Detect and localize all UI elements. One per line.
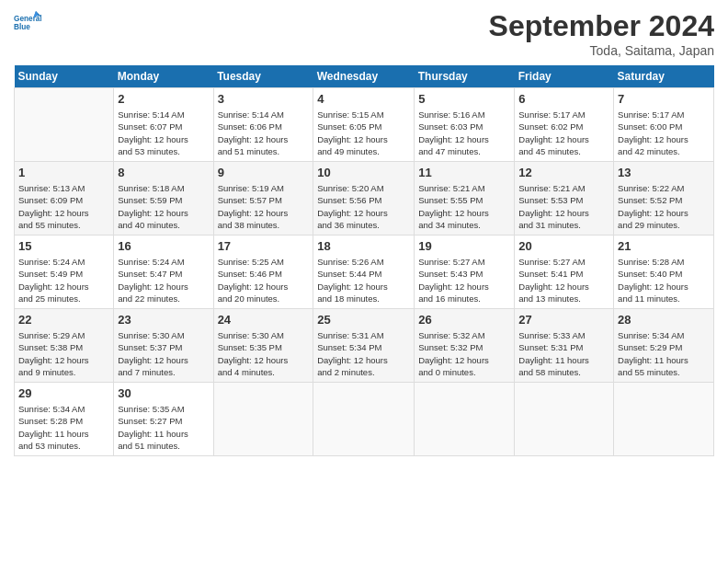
day-number: 21 — [618, 238, 710, 255]
col-friday: Friday — [515, 65, 614, 88]
day-number: 22 — [18, 312, 109, 328]
page-container: General Blue September 2024 Toda, Saitam… — [0, 0, 728, 465]
day-number: 13 — [618, 165, 710, 181]
calendar-week-row: 29Sunrise: 5:34 AMSunset: 5:28 PMDayligh… — [15, 383, 714, 456]
table-cell — [313, 383, 415, 456]
table-cell: 30Sunrise: 5:35 AMSunset: 5:27 PMDayligh… — [114, 383, 213, 456]
day-number: 20 — [518, 238, 609, 255]
day-number: 28 — [618, 312, 710, 328]
day-number: 16 — [118, 238, 209, 255]
table-cell: 24Sunrise: 5:30 AMSunset: 5:35 PMDayligh… — [213, 309, 313, 383]
col-monday: Monday — [114, 65, 213, 88]
day-number: 17 — [218, 238, 310, 255]
table-cell: 16Sunrise: 5:24 AMSunset: 5:47 PMDayligh… — [114, 236, 213, 309]
day-number: 29 — [18, 385, 109, 402]
table-cell: 23Sunrise: 5:30 AMSunset: 5:37 PMDayligh… — [114, 309, 213, 383]
page-header: General Blue September 2024 Toda, Saitam… — [14, 9, 714, 58]
day-number: 4 — [317, 91, 410, 108]
table-cell: 28Sunrise: 5:34 AMSunset: 5:29 PMDayligh… — [614, 309, 714, 383]
table-cell: 7Sunrise: 5:17 AMSunset: 6:00 PMDaylight… — [614, 88, 714, 162]
day-number: 26 — [418, 312, 510, 328]
table-cell: 21Sunrise: 5:28 AMSunset: 5:40 PMDayligh… — [614, 236, 714, 309]
day-number: 9 — [218, 165, 310, 181]
table-cell: 8Sunrise: 5:18 AMSunset: 5:59 PMDaylight… — [114, 162, 213, 236]
col-wednesday: Wednesday — [313, 65, 415, 88]
table-cell — [15, 88, 114, 162]
day-number: 10 — [317, 165, 410, 181]
table-cell: 22Sunrise: 5:29 AMSunset: 5:38 PMDayligh… — [15, 309, 114, 383]
table-cell: 26Sunrise: 5:32 AMSunset: 5:32 PMDayligh… — [415, 309, 515, 383]
calendar-week-row: 1Sunrise: 5:13 AMSunset: 6:09 PMDaylight… — [15, 162, 714, 236]
calendar-week-row: 15Sunrise: 5:24 AMSunset: 5:49 PMDayligh… — [15, 236, 714, 309]
table-cell — [213, 383, 313, 456]
day-number: 2 — [118, 91, 209, 108]
day-number: 23 — [118, 312, 209, 328]
table-cell: 9Sunrise: 5:19 AMSunset: 5:57 PMDaylight… — [213, 162, 313, 236]
calendar-header-row: Sunday Monday Tuesday Wednesday Thursday… — [15, 65, 714, 88]
day-number: 5 — [418, 91, 510, 108]
table-cell — [415, 383, 515, 456]
table-cell: 27Sunrise: 5:33 AMSunset: 5:31 PMDayligh… — [515, 309, 614, 383]
col-tuesday: Tuesday — [213, 65, 313, 88]
table-cell: 10Sunrise: 5:20 AMSunset: 5:56 PMDayligh… — [313, 162, 415, 236]
col-sunday: Sunday — [15, 65, 114, 88]
table-cell: 20Sunrise: 5:27 AMSunset: 5:41 PMDayligh… — [515, 236, 614, 309]
day-number: 11 — [418, 165, 510, 181]
day-number: 18 — [317, 238, 410, 255]
table-cell: 18Sunrise: 5:26 AMSunset: 5:44 PMDayligh… — [313, 236, 415, 309]
calendar-week-row: 22Sunrise: 5:29 AMSunset: 5:38 PMDayligh… — [15, 309, 714, 383]
day-number: 3 — [218, 91, 310, 108]
location: Toda, Saitama, Japan — [489, 43, 714, 58]
col-saturday: Saturday — [614, 65, 714, 88]
day-number: 6 — [518, 91, 609, 108]
title-block: September 2024 Toda, Saitama, Japan — [489, 9, 714, 58]
svg-text:Blue: Blue — [14, 23, 30, 31]
day-number: 27 — [518, 312, 609, 328]
logo-icon: General Blue — [14, 9, 41, 32]
table-cell: 12Sunrise: 5:21 AMSunset: 5:53 PMDayligh… — [515, 162, 614, 236]
table-cell: 1Sunrise: 5:13 AMSunset: 6:09 PMDaylight… — [15, 162, 114, 236]
col-thursday: Thursday — [415, 65, 515, 88]
month-title: September 2024 — [489, 9, 714, 43]
table-cell — [515, 383, 614, 456]
day-number: 7 — [618, 91, 710, 108]
day-number: 15 — [18, 238, 109, 255]
day-number: 24 — [218, 312, 310, 328]
table-cell: 17Sunrise: 5:25 AMSunset: 5:46 PMDayligh… — [213, 236, 313, 309]
logo: General Blue — [14, 9, 41, 32]
day-number: 19 — [418, 238, 510, 255]
calendar-table: Sunday Monday Tuesday Wednesday Thursday… — [14, 65, 714, 456]
table-cell: 4Sunrise: 5:15 AMSunset: 6:05 PMDaylight… — [313, 88, 415, 162]
calendar-week-row: 2Sunrise: 5:14 AMSunset: 6:07 PMDaylight… — [15, 88, 714, 162]
table-cell: 13Sunrise: 5:22 AMSunset: 5:52 PMDayligh… — [614, 162, 714, 236]
table-cell: 15Sunrise: 5:24 AMSunset: 5:49 PMDayligh… — [15, 236, 114, 309]
day-number: 12 — [518, 165, 609, 181]
table-cell: 5Sunrise: 5:16 AMSunset: 6:03 PMDaylight… — [415, 88, 515, 162]
table-cell: 2Sunrise: 5:14 AMSunset: 6:07 PMDaylight… — [114, 88, 213, 162]
table-cell: 3Sunrise: 5:14 AMSunset: 6:06 PMDaylight… — [213, 88, 313, 162]
day-number: 1 — [18, 165, 109, 181]
table-cell — [614, 383, 714, 456]
table-cell: 25Sunrise: 5:31 AMSunset: 5:34 PMDayligh… — [313, 309, 415, 383]
day-number: 8 — [118, 165, 209, 181]
day-number: 30 — [118, 385, 209, 402]
table-cell: 6Sunrise: 5:17 AMSunset: 6:02 PMDaylight… — [515, 88, 614, 162]
day-number: 25 — [317, 312, 410, 328]
table-cell: 11Sunrise: 5:21 AMSunset: 5:55 PMDayligh… — [415, 162, 515, 236]
table-cell: 19Sunrise: 5:27 AMSunset: 5:43 PMDayligh… — [415, 236, 515, 309]
table-cell: 29Sunrise: 5:34 AMSunset: 5:28 PMDayligh… — [15, 383, 114, 456]
